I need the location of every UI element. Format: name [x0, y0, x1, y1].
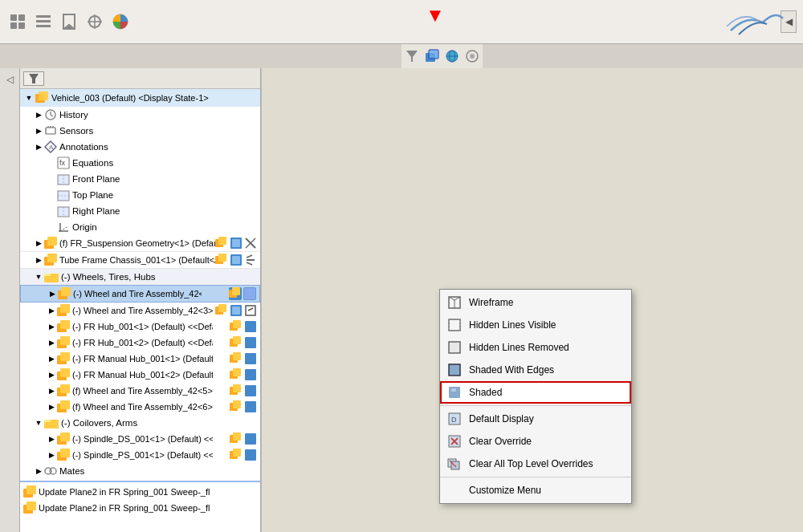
tree-item-top-plane[interactable]: Top Plane [20, 187, 260, 203]
wireframe-label: Wireframe [469, 297, 513, 308]
tree-item-spindle-ps[interactable]: (-) Spindle_PS_001<1> (Default) <<Defau [20, 447, 260, 463]
menu-item-wireframe[interactable]: Wireframe [440, 291, 631, 314]
svg-rect-107 [44, 420, 51, 422]
update-2-label: Update Plane2 in FR Spring_001 Sweep-_fl [39, 503, 210, 513]
tree-item-tube-frame[interactable]: Tube Frame Chassis_001<1> (Default<As [20, 252, 260, 269]
menu-item-customize[interactable]: Customize Menu [440, 479, 631, 502]
sidebar-arrow-icon[interactable]: ◁ [2, 71, 18, 87]
clear-all-icon [446, 456, 463, 472]
svg-rect-37 [58, 191, 69, 201]
fr-hub-2-label: (-) FR Hub_001<2> (Default) <<Defau [72, 338, 213, 347]
tree-item-front-plane[interactable]: Front Plane [20, 171, 260, 187]
wheel-42-2-expand[interactable] [47, 288, 58, 299]
menu-separator-1 [440, 405, 631, 406]
wheels-label: (-) Wheels, Tires, Hubs [61, 272, 156, 282]
filter-button[interactable] [23, 71, 44, 86]
menu-item-clear-all[interactable]: Clear All Top Level Overrides [440, 453, 631, 475]
tree-item-origin[interactable]: Origin [20, 219, 260, 235]
tree-item-right-plane[interactable]: Right Plane [20, 203, 260, 219]
svg-point-20 [470, 54, 475, 59]
toolbar-chart-icon[interactable] [109, 10, 132, 33]
tree-item-equations[interactable]: fx Equations [20, 155, 260, 171]
svg-rect-27 [46, 128, 55, 134]
toolbar-grid-icon[interactable] [6, 10, 29, 33]
red-arrow-indicator: ▼ [426, 4, 445, 26]
root-expand-arrow[interactable] [23, 92, 35, 104]
svg-rect-0 [10, 14, 17, 21]
history-expand[interactable] [33, 109, 44, 120]
tree-item-history[interactable]: History [20, 107, 260, 123]
svg-rect-23 [39, 91, 48, 100]
menu-separator-2 [440, 477, 631, 477]
svg-rect-6 [36, 25, 51, 27]
menu-item-default-display[interactable]: D Default Display [440, 408, 631, 430]
tree-item-wheels-folder[interactable]: (-) Wheels, Tires, Hubs [20, 269, 260, 285]
svg-rect-100 [245, 385, 256, 396]
svg-rect-55 [218, 254, 226, 262]
wheel-42-5-label: (f) Wheel and Tire Assembly_42<5> ( [72, 386, 213, 396]
tree-item-coilovers[interactable]: (-) Coilovers, Arms [20, 415, 260, 431]
spindle-ps-label: (-) Spindle_PS_001<1> (Default) <<Defau [72, 450, 213, 460]
toolbar-crosshair-icon[interactable] [84, 10, 106, 33]
tree-item-mates[interactable]: Mates [20, 463, 260, 479]
svg-rect-99 [233, 384, 241, 392]
tree-item-fr-manual-2[interactable]: (-) FR Manual Hub_001<2> (Default) [20, 367, 260, 383]
svg-rect-73 [232, 307, 240, 315]
svg-rect-117 [245, 449, 256, 461]
mates-label: Mates [59, 466, 84, 476]
tree-item-wheel-42-6[interactable]: (f) Wheel and Tire Assembly_42<6> ( [20, 399, 260, 415]
tree-item-annotations[interactable]: A Annotations [20, 139, 260, 155]
tree-item-sensors[interactable]: Sensors [20, 123, 260, 139]
top-toolbar: ◀ ▼ [0, 0, 803, 44]
svg-rect-64 [61, 287, 71, 296]
tree-item-fr-hub-1[interactable]: (-) FR Hub_001<1> (Default) <<Defau [20, 319, 260, 335]
sensors-expand[interactable] [33, 125, 44, 136]
annotations-label: Annotations [59, 142, 108, 152]
tree-item-spindle-ds[interactable]: (-) Spindle_DS_001<1> (Default) <<Defau [20, 431, 260, 447]
link-icon[interactable] [463, 47, 481, 65]
tree-root-item[interactable]: Vehicle_003 (Default) <Display State-1> [20, 89, 260, 107]
svg-text:fx: fx [59, 159, 66, 167]
tree-update-item-2[interactable]: Update Plane2 in FR Spring_001 Sweep-_fl [20, 500, 260, 516]
wheel-42-3-expand[interactable] [46, 305, 57, 316]
svg-rect-62 [44, 274, 51, 276]
menu-item-hidden-visible[interactable]: Hidden Lines Visible [440, 314, 631, 336]
menu-item-clear-override[interactable]: Clear Override [440, 430, 631, 453]
menu-item-shaded[interactable]: Shaded [440, 381, 631, 404]
menu-item-shaded-edges[interactable]: Shaded With Edges [440, 359, 631, 381]
hidden-removed-icon [446, 339, 463, 355]
toolbar-bookmark-icon[interactable] [58, 10, 80, 33]
hidden-visible-label: Hidden Lines Visible [469, 319, 556, 331]
svg-marker-12 [406, 51, 418, 62]
tree-item-wheel-42-5[interactable]: (f) Wheel and Tire Assembly_42<5> ( [20, 383, 260, 399]
tube-frame-expand[interactable] [33, 254, 44, 266]
display-state-cube-icon[interactable] [423, 47, 441, 65]
fr-suspension-expand[interactable] [33, 238, 44, 249]
svg-rect-97 [60, 384, 70, 393]
tree-item-fr-suspension[interactable]: (f) FR_Suspension Geometry<1> (Default) [20, 235, 260, 252]
shaded-edges-label: Shaded With Edges [469, 364, 554, 376]
toolbar-list-icon[interactable] [32, 10, 55, 33]
spindle-ds-label: (-) Spindle_DS_001<1> (Default) <<Defau [72, 434, 213, 444]
svg-rect-114 [60, 449, 70, 457]
tree-item-wheel-42-2[interactable]: (-) Wheel and Tire Assembly_42<2> ( [20, 285, 260, 303]
svg-rect-57 [232, 256, 240, 264]
annotations-expand[interactable] [33, 141, 44, 152]
tree-item-fr-hub-2[interactable]: (-) FR Hub_001<2> (Default) <<Defau [20, 335, 260, 351]
wheel-42-2-label: (-) Wheel and Tire Assembly_42<2> ( [73, 289, 202, 298]
appearance-globe-icon[interactable] [443, 47, 461, 65]
main-layout: ◁ Vehicle_003 (Default) <Display State-1… [0, 68, 803, 532]
menu-item-hidden-removed[interactable]: Hidden Lines Removed [440, 336, 631, 359]
tree-item-wheel-42-3[interactable]: (-) Wheel and Tire Assembly_42<3> ( [20, 303, 260, 319]
tree-update-item-1[interactable]: Update Plane2 in FR Spring_001 Sweep-_fl [20, 484, 260, 500]
fr-suspension-label: (f) FR_Suspension Geometry<1> (Default) [59, 238, 215, 248]
feature-tree-panel[interactable]: Vehicle_003 (Default) <Display State-1> … [20, 68, 261, 532]
right-plane-label: Right Plane [72, 206, 120, 216]
tree-item-fr-manual-1[interactable]: (-) FR Manual Hub_001<1> (Default) [20, 351, 260, 367]
shaded-edges-icon [446, 362, 463, 378]
filter-icon[interactable] [403, 47, 421, 65]
hidden-removed-label: Hidden Lines Removed [469, 342, 569, 353]
wheels-expand[interactable] [33, 271, 44, 282]
update-1-label: Update Plane2 in FR Spring_001 Sweep-_fl [39, 487, 210, 497]
equations-label: Equations [72, 158, 113, 168]
